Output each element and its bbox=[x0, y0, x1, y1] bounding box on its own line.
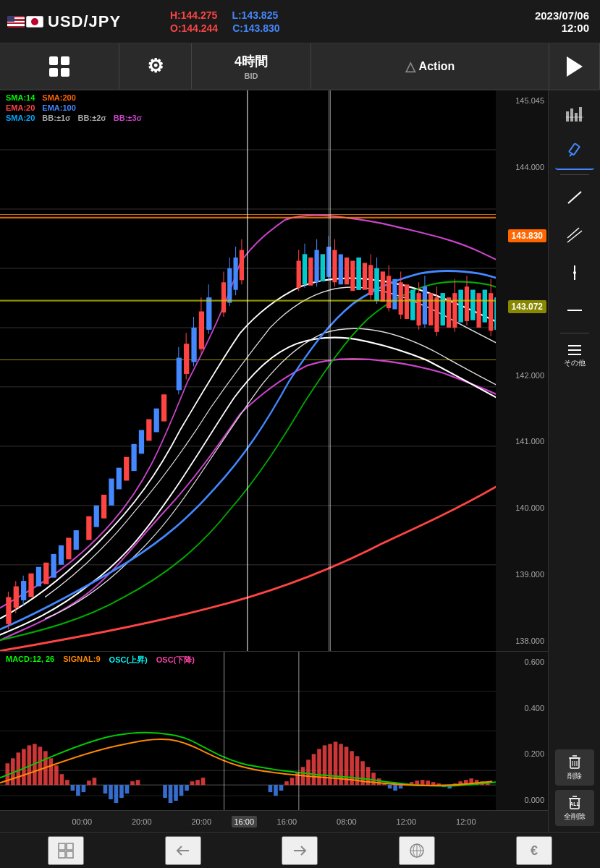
grid-cell bbox=[49, 68, 58, 77]
price-chart-wrapper: 145.045 144.000 143.830 143.072 142.000 … bbox=[0, 90, 548, 651]
sidebar-divider-1 bbox=[560, 174, 589, 175]
header-prices: H:144.275 L:143.825 O:144.244 C:143.830 bbox=[159, 0, 524, 43]
osc-down-label: OSC(下降) bbox=[156, 655, 195, 665]
svg-rect-192 bbox=[421, 780, 425, 785]
more-tools-button[interactable]: その他 bbox=[555, 338, 594, 374]
grid-cell bbox=[61, 56, 69, 65]
svg-rect-12 bbox=[21, 581, 26, 600]
svg-text:ALL: ALL bbox=[570, 801, 580, 807]
pencil-icon bbox=[567, 143, 583, 159]
svg-rect-18 bbox=[59, 545, 64, 565]
price-row-2: O:144.244 C:143.830 bbox=[170, 22, 513, 34]
sma14-label: SMA:14 bbox=[6, 93, 35, 102]
svg-rect-154 bbox=[130, 781, 135, 785]
svg-rect-219 bbox=[568, 345, 581, 346]
delete-all-button[interactable]: ALL 全削除 bbox=[555, 790, 594, 826]
svg-rect-20 bbox=[74, 530, 79, 550]
svg-rect-114 bbox=[374, 268, 379, 301]
bb2-label: BB:±2σ bbox=[78, 114, 106, 122]
macd-indicator-label: MACD:12, 26 bbox=[6, 655, 54, 665]
timeframe-sub: BID bbox=[245, 72, 258, 80]
horizontal-line-button[interactable] bbox=[555, 292, 594, 328]
time-tick-1200a: 12:00 bbox=[376, 817, 436, 826]
svg-rect-161 bbox=[190, 781, 195, 785]
time-tick-1600-current: 16:00 bbox=[232, 816, 258, 827]
timeframe-button[interactable]: 4時間 BID bbox=[192, 43, 311, 89]
euro-icon: € bbox=[525, 842, 543, 859]
right-sidebar: その他 削除 ALL 全削除 bbox=[548, 90, 600, 832]
svg-rect-21 bbox=[86, 516, 91, 540]
macd-labels: MACD:12, 26 SIGNAL:9 OSC(上昇) OSC(下降) bbox=[6, 655, 195, 665]
trash-icon bbox=[567, 754, 583, 770]
action-button[interactable]: △ Action bbox=[311, 43, 549, 89]
svg-rect-31 bbox=[161, 394, 166, 421]
chart-container: SMA:14 SMA:200 EMA:20 EMA:100 SMA:20 BB:… bbox=[0, 90, 548, 832]
price-level-145045: 145.045 bbox=[496, 96, 548, 105]
bottom-grid-icon bbox=[57, 842, 75, 859]
svg-rect-113 bbox=[357, 258, 361, 290]
price-level-140000: 140.000 bbox=[496, 503, 548, 512]
svg-rect-156 bbox=[163, 785, 167, 798]
svg-rect-167 bbox=[284, 781, 289, 785]
menu-icon bbox=[567, 344, 583, 357]
time-axis: 00:00 20:00 20:00 16:00 16:00 08:00 12:0… bbox=[0, 810, 548, 832]
svg-rect-14 bbox=[28, 574, 33, 597]
macd-chart-svg bbox=[0, 652, 496, 810]
svg-rect-22 bbox=[94, 506, 99, 527]
svg-rect-66 bbox=[363, 263, 367, 289]
svg-rect-173 bbox=[317, 749, 321, 785]
svg-rect-155 bbox=[136, 780, 140, 785]
svg-rect-210 bbox=[579, 107, 582, 122]
line-tool-button[interactable] bbox=[555, 179, 594, 216]
svg-rect-62 bbox=[339, 255, 343, 285]
macd-level-0400: 0.400 bbox=[496, 704, 548, 712]
svg-rect-111 bbox=[303, 255, 307, 285]
svg-rect-140 bbox=[49, 758, 54, 785]
grid-button[interactable] bbox=[0, 43, 119, 89]
svg-rect-138 bbox=[38, 746, 43, 785]
bottom-globe-button[interactable] bbox=[399, 836, 435, 865]
play-button[interactable] bbox=[549, 43, 600, 89]
bb1-label: BB:±1σ bbox=[42, 114, 70, 122]
svg-rect-77 bbox=[405, 284, 409, 319]
chart-type-button[interactable] bbox=[555, 96, 594, 132]
header-left: USD/JPY bbox=[0, 0, 159, 43]
bottom-forward-button[interactable] bbox=[282, 836, 318, 865]
double-line-button[interactable] bbox=[555, 217, 594, 253]
bottom-back-button[interactable] bbox=[165, 836, 201, 865]
svg-rect-165 bbox=[274, 785, 278, 796]
trash-all-icon: ALL bbox=[567, 794, 583, 810]
vertical-crosshair-1 bbox=[247, 90, 248, 651]
indicator-row-3: SMA:20 BB:±1σ BB:±2σ BB:±3σ bbox=[6, 114, 142, 122]
draw-button[interactable] bbox=[555, 134, 594, 170]
more-tools-label: その他 bbox=[564, 358, 586, 368]
settings-button[interactable]: ⚙ bbox=[119, 43, 192, 89]
svg-rect-29 bbox=[146, 420, 151, 441]
svg-rect-164 bbox=[269, 785, 273, 792]
svg-rect-87 bbox=[447, 297, 451, 328]
svg-rect-25 bbox=[117, 468, 122, 490]
grid-cell bbox=[61, 68, 69, 77]
svg-rect-157 bbox=[169, 785, 173, 803]
price-level-141000: 141.000 bbox=[496, 437, 548, 446]
svg-rect-172 bbox=[312, 754, 316, 785]
svg-rect-193 bbox=[426, 780, 430, 785]
bottom-currency-button[interactable]: € bbox=[516, 836, 552, 865]
vertical-line-button[interactable] bbox=[555, 255, 594, 291]
vertical-line-icon bbox=[566, 264, 583, 281]
svg-rect-166 bbox=[279, 785, 284, 791]
svg-text:€: € bbox=[531, 843, 538, 858]
svg-rect-235 bbox=[67, 851, 73, 858]
globe-icon bbox=[408, 842, 426, 859]
back-icon bbox=[174, 842, 192, 859]
bb3-label: BB:±3σ bbox=[114, 114, 142, 122]
price-row-1: H:144.275 L:143.825 bbox=[170, 9, 513, 21]
svg-rect-207 bbox=[566, 111, 569, 122]
svg-rect-15 bbox=[36, 567, 41, 587]
time-tick-0000: 00:00 bbox=[52, 817, 112, 826]
svg-rect-30 bbox=[154, 409, 159, 433]
delete-button[interactable]: 削除 bbox=[555, 749, 594, 786]
bottom-grid-button[interactable] bbox=[48, 836, 84, 865]
svg-rect-232 bbox=[59, 843, 65, 850]
svg-rect-151 bbox=[114, 785, 119, 803]
